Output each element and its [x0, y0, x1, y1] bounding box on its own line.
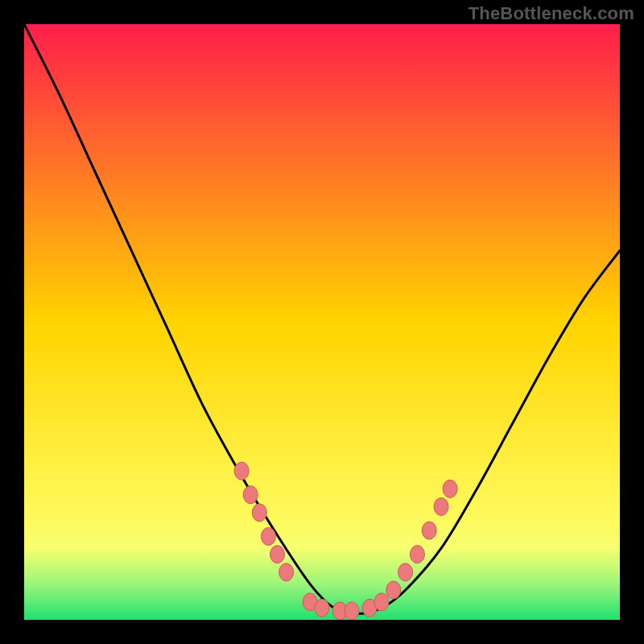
data-marker: [345, 602, 359, 620]
data-marker: [410, 546, 424, 564]
data-marker: [443, 480, 457, 497]
data-marker: [315, 599, 329, 617]
data-marker: [279, 564, 294, 581]
data-marker: [270, 546, 285, 564]
chart-frame: TheBottleneck.com: [0, 0, 644, 644]
gradient-background: [24, 24, 620, 620]
watermark-label: TheBottleneck.com: [469, 3, 634, 24]
data-marker: [434, 497, 448, 515]
data-marker: [422, 522, 436, 539]
chart-svg: [24, 24, 620, 620]
data-marker: [243, 486, 258, 504]
data-marker: [386, 581, 401, 599]
data-marker: [234, 462, 249, 480]
data-marker: [261, 527, 275, 545]
data-marker: [374, 593, 389, 611]
data-marker: [252, 504, 266, 522]
plot-area: [24, 24, 620, 620]
data-marker: [398, 564, 413, 581]
